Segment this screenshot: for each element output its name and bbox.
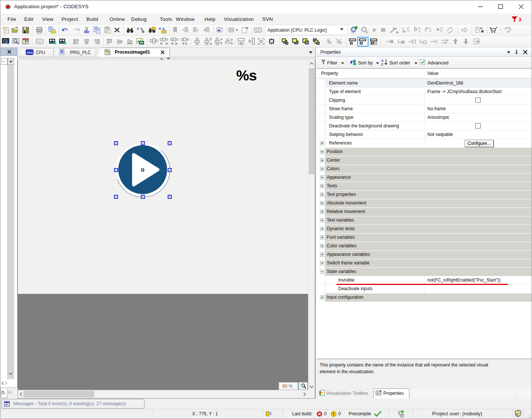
svg-text:CPU: CPU [26, 51, 33, 54]
svg-text:Z: Z [381, 62, 383, 66]
svg-text:A: A [137, 27, 139, 31]
svg-text:A: A [159, 27, 161, 31]
svg-text:B: B [142, 30, 145, 34]
